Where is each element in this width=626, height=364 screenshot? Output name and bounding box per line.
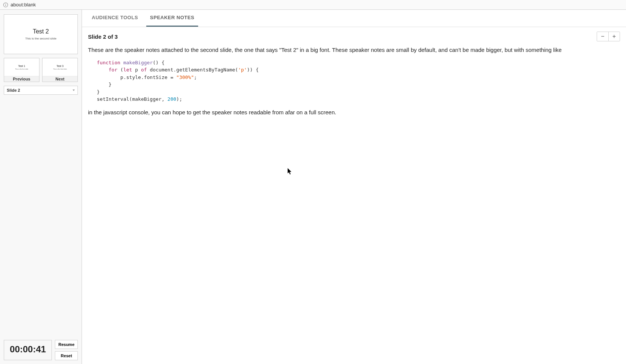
slide-nav-row: Test 1 This is the first slide Previous … [4,58,78,82]
code-token: let [123,67,132,73]
next-thumbnail: Test 3 This is the third slide [42,58,77,76]
next-slide-button[interactable]: Test 3 This is the third slide Next [42,58,78,82]
code-token: document.getElementsByTagName( [147,67,238,73]
code-token: 200 [167,96,176,102]
code-snippet: function makeBigger() { for (let p of do… [88,59,620,103]
code-token: ( [117,67,123,73]
code-token: setInterval(makeBigger, [97,96,167,102]
current-slide-title: Test 2 [33,28,49,35]
resume-button[interactable]: Resume [55,340,78,349]
svg-rect-1 [5,5,6,6]
prev-thumb-sub: This is the first slide [15,68,28,70]
code-token: p.style.fontSize = [120,74,176,80]
zoom-out-button[interactable]: − [597,32,608,41]
code-token: for [109,67,117,73]
notes-paragraph-2: in the javascript console, you can hope … [88,108,620,117]
previous-slide-button[interactable]: Test 1 This is the first slide Previous [4,58,39,82]
code-token: "300%" [176,74,194,80]
prev-thumb-title: Test 1 [18,65,25,67]
timer-area: 00:00:41 Resume Reset [4,340,78,360]
next-label: Next [42,76,77,82]
info-icon [3,2,8,8]
reset-button[interactable]: Reset [55,351,78,360]
code-token: () { [153,60,164,65]
speaker-notes-body: These are the speaker notes attached to … [82,43,626,124]
next-thumb-title: Test 3 [56,65,64,67]
zoom-controls: − + [597,32,620,41]
tab-speaker-notes[interactable]: SPEAKER NOTES [146,9,198,27]
svg-rect-2 [5,3,6,4]
code-token: makeBigger [123,60,153,65]
tab-audience-tools[interactable]: AUDIENCE TOOLS [88,9,142,27]
url-text: about:blank [11,2,36,8]
notes-header: Slide 2 of 3 − + [82,27,626,43]
timer-display: 00:00:41 [4,340,52,360]
code-token: of [141,67,147,73]
prev-label: Previous [4,76,39,82]
zoom-in-button[interactable]: + [608,32,620,41]
code-token: ; [194,74,197,80]
code-token: p [132,67,141,73]
tab-bar: AUDIENCE TOOLS SPEAKER NOTES [82,10,626,27]
next-thumb-sub: This is the third slide [53,68,67,70]
code-token: } [109,82,112,87]
code-token: )) { [247,67,259,73]
sidebar: Test 2 This is the second slide Test 1 T… [0,10,82,364]
prev-thumbnail: Test 1 This is the first slide [4,58,39,76]
code-token: ); [176,96,182,102]
code-token: function [97,60,120,65]
code-token: } [97,89,100,95]
notes-paragraph-1: These are the speaker notes attached to … [88,46,620,55]
slide-selector-dropdown[interactable]: Slide 2 [4,86,78,95]
slide-counter: Slide 2 of 3 [88,33,118,40]
main-content: AUDIENCE TOOLS SPEAKER NOTES Slide 2 of … [82,10,626,364]
browser-address-bar[interactable]: about:blank [0,0,626,10]
current-slide-preview[interactable]: Test 2 This is the second slide [4,14,78,54]
code-token: 'p' [238,67,247,73]
current-slide-subtitle: This is the second slide [25,37,56,40]
